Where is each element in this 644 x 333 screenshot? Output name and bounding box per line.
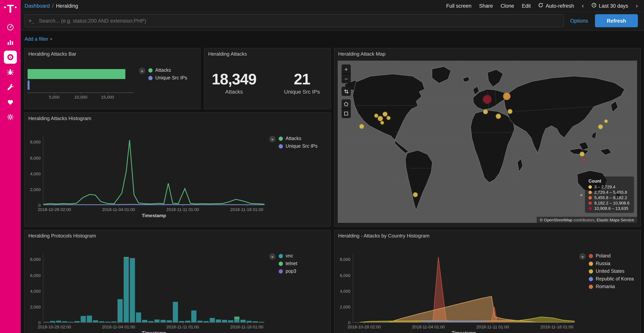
legend-item[interactable]: Attacks [279, 136, 318, 141]
y-tick-label: 0 [38, 203, 41, 208]
legend-item[interactable]: Poland [589, 253, 634, 259]
country-histogram-plot[interactable] [353, 253, 574, 323]
clone-button[interactable]: Clone [501, 3, 514, 9]
sidebar-item-health[interactable] [4, 96, 17, 109]
legend-label: vnc [286, 253, 293, 259]
y-tick-label: 2,000 [30, 305, 41, 309]
map-legend-color-dot [588, 201, 592, 205]
refresh-button[interactable]: Refresh [595, 14, 638, 27]
sidebar-item-security[interactable] [4, 66, 17, 79]
legend-color-dot [148, 76, 152, 80]
sidebar: T [0, 0, 21, 333]
map-legend-range: 5,455.8 – 8,182.2 [594, 195, 627, 200]
map-legend-range: 10,908.6 – 13,635 [594, 206, 628, 211]
attack-map-marker[interactable] [604, 119, 608, 123]
attack-map-marker[interactable] [382, 112, 388, 117]
attacks-bar-chart[interactable] [28, 68, 134, 93]
telekom-logo[interactable]: T [4, 3, 17, 15]
legend-label: United States [596, 268, 624, 274]
legend-item[interactable]: telnet [279, 261, 297, 266]
x-tick-mark [428, 323, 429, 324]
sidebar-item-dashboard[interactable] [4, 21, 17, 34]
x-axis-title: Timestamp [43, 330, 264, 333]
breadcrumb-dashboard-link[interactable]: Dashboard [24, 3, 50, 9]
legend-color-dot [279, 261, 283, 266]
legend-toggle-icon[interactable]: » [269, 136, 276, 142]
y-tick-label: 0 [38, 320, 41, 325]
options-link[interactable]: Options [570, 18, 588, 24]
metric-label: Unique Src IPs [281, 89, 323, 95]
panel-heralding-attacks-metric: Heralding Attacks 18,349 Attacks 21 Uniq… [204, 48, 331, 109]
legend-item[interactable]: United States [589, 268, 634, 274]
attacks-histogram-plot[interactable] [43, 136, 264, 205]
map-legend-range: 2,729.4 – 5,455.8 [594, 190, 627, 194]
sidebar-item-settings[interactable] [4, 111, 17, 124]
legend-collapse-icon[interactable]: « [580, 192, 583, 197]
topnav-actions: Full screen Share Clone Edit Auto-refres… [446, 2, 638, 9]
legend-label: Poland [596, 253, 611, 259]
auto-refresh-button[interactable]: Auto-refresh [538, 3, 574, 9]
add-filter-link[interactable]: Add a filter + [24, 36, 53, 42]
legend-item[interactable]: Unique Src IPs [279, 143, 318, 149]
draw-rectangle-icon[interactable] [342, 109, 351, 118]
attack-map-marker[interactable] [580, 151, 584, 156]
x-tick-mark [247, 323, 247, 324]
attack-map-marker[interactable] [482, 95, 492, 104]
x-tick-mark [108, 93, 108, 94]
legend-item[interactable]: Russia [589, 261, 634, 266]
legend-item[interactable]: pop3 [279, 268, 297, 274]
logo-letter: T [7, 3, 14, 15]
hbar-unique-src-ips[interactable] [28, 81, 30, 90]
panel-title: Heralding Attacks Bar [24, 48, 200, 58]
edit-button[interactable]: Edit [522, 3, 531, 9]
panel-title: Heralding - Attacks by Country Histogram [334, 230, 640, 240]
full-screen-button[interactable]: Full screen [446, 3, 472, 9]
map-legend-range: 3 – 2,729.4 [594, 185, 616, 189]
y-tick-label: 6,000 [30, 273, 41, 277]
legend-color-dot [589, 261, 593, 266]
time-forward-button[interactable]: › [636, 2, 638, 9]
metric-group: 18,349 Attacks 21 Unique Src IPs [204, 71, 330, 95]
legend-item[interactable]: Unique Src IPs [148, 75, 187, 81]
y-axis: 02,0004,0006,0008,000 [336, 253, 353, 323]
x-tick-label: 2018-11-11 01:00 [166, 324, 199, 329]
legend-item[interactable]: Republic of Korea [589, 276, 634, 282]
protocols-histogram-plot[interactable] [43, 253, 264, 323]
legend-item[interactable]: Romania [589, 284, 634, 289]
zoom-in-button[interactable]: + [342, 65, 351, 74]
fit-bounds-icon[interactable] [342, 87, 351, 96]
time-range-button[interactable]: Last 30 days [592, 3, 628, 9]
sidebar-item-tools[interactable] [4, 81, 17, 94]
x-tick-label: 2018-11-11 01:00 [166, 207, 199, 212]
osm-attribution[interactable]: © OpenStreetMap [540, 217, 572, 222]
map-count-legend: « Count 3 – 2,729.42,729.4 – 5,455.85,45… [585, 176, 634, 213]
time-back-button[interactable]: ‹ [582, 2, 584, 9]
sidebar-item-analytics[interactable] [4, 36, 17, 49]
legend-item[interactable]: Attacks [148, 68, 187, 73]
attack-map-marker[interactable] [413, 192, 418, 197]
draw-polygon-icon[interactable] [342, 99, 351, 109]
map-legend-color-dot [588, 207, 592, 210]
time-range-label: Last 30 days [599, 3, 628, 9]
legend-toggle-icon[interactable]: » [269, 253, 276, 260]
map-legend-title: Count [588, 179, 630, 183]
zoom-out-button[interactable]: − [342, 74, 351, 83]
search-input[interactable] [38, 18, 560, 24]
legend-toggle-icon[interactable]: » [579, 253, 586, 260]
world-map[interactable]: + − « Count 3 – 2,729.42,729.4 – 5,455.8… [338, 61, 637, 223]
x-tick-mark [183, 205, 183, 207]
legend-toggle-icon[interactable]: » [139, 68, 145, 74]
attack-map-marker[interactable] [378, 116, 383, 121]
legend-color-dot [589, 277, 593, 281]
legend-color-dot [279, 269, 283, 273]
sidebar-item-attack-map[interactable] [4, 51, 17, 64]
attack-map-marker[interactable] [359, 124, 364, 129]
hbar-attacks[interactable] [28, 69, 125, 79]
panel-title: Heralding Attacks Histogram [24, 113, 330, 123]
clock-icon [592, 3, 596, 9]
elastic-maps-attribution[interactable]: Elastic Maps Service [597, 217, 634, 222]
x-tick-label: 2018-11-18 01:00 [230, 324, 263, 329]
panel-title: Heralding Attacks [204, 48, 330, 58]
legend-item[interactable]: vnc [279, 253, 297, 259]
share-button[interactable]: Share [479, 3, 493, 9]
